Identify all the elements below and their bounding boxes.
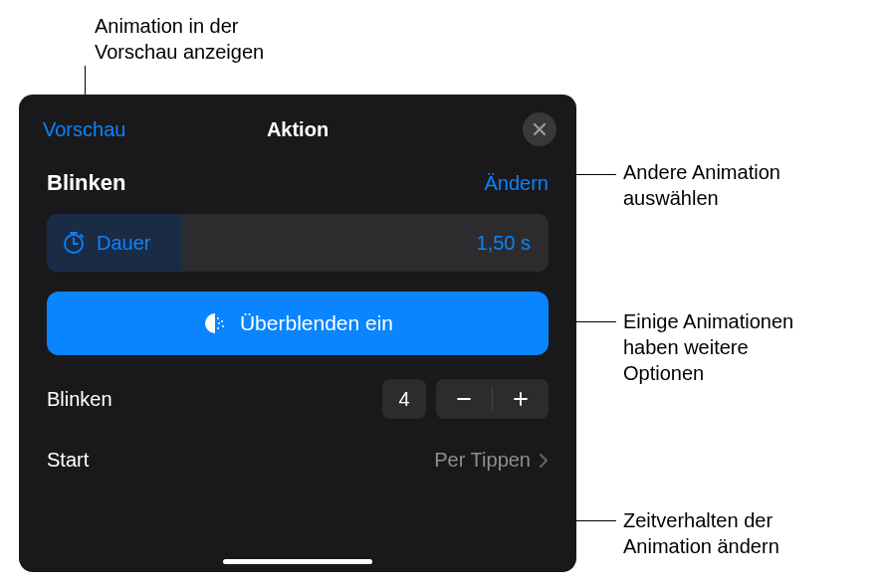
duration-label: Dauer xyxy=(97,232,150,255)
callout-timing: Zeitverhalten der Animation ändern xyxy=(623,507,779,559)
home-indicator xyxy=(223,559,372,564)
close-icon xyxy=(533,122,547,136)
svg-point-8 xyxy=(221,320,223,322)
close-button[interactable] xyxy=(523,112,556,146)
stepper-control xyxy=(436,379,549,419)
callout-change: Andere Animation auswählen xyxy=(623,159,780,211)
panel-title: Aktion xyxy=(267,118,329,141)
svg-line-4 xyxy=(81,235,83,237)
blinken-stepper-row: Blinken 4 xyxy=(47,379,549,419)
duration-value: 1,50 s xyxy=(477,232,531,255)
duration-slider[interactable]: Dauer 1,50 s xyxy=(47,214,549,272)
svg-point-7 xyxy=(217,317,219,319)
svg-point-11 xyxy=(217,327,219,329)
stepper-plus-button[interactable] xyxy=(493,379,549,419)
plus-icon xyxy=(512,390,530,408)
panel-header: Vorschau Aktion xyxy=(19,95,576,160)
svg-point-9 xyxy=(218,322,220,324)
svg-point-6 xyxy=(205,313,225,333)
blend-label: Überblenden ein xyxy=(240,311,393,335)
start-row[interactable]: Start Per Tippen xyxy=(47,449,549,472)
animation-subheader: Blinken Ändern xyxy=(19,160,576,214)
blend-button[interactable]: Überblenden ein xyxy=(47,292,549,355)
blend-icon xyxy=(202,310,228,336)
timer-icon xyxy=(61,230,87,256)
start-value: Per Tippen xyxy=(434,449,531,472)
preview-button[interactable]: Vorschau xyxy=(43,118,125,141)
start-label: Start xyxy=(47,449,89,472)
callout-preview: Animation in der Vorschau anzeigen xyxy=(95,13,264,65)
stepper-label: Blinken xyxy=(47,388,112,411)
action-panel: Vorschau Aktion Blinken Ändern Dauer xyxy=(19,95,576,572)
minus-icon xyxy=(455,390,473,408)
stepper-minus-button[interactable] xyxy=(436,379,492,419)
chevron-right-icon xyxy=(539,453,549,469)
svg-point-10 xyxy=(222,325,224,327)
stepper-value: 4 xyxy=(382,379,426,419)
callout-options: Einige Animationen haben weitere Optione… xyxy=(623,308,793,386)
change-button[interactable]: Ändern xyxy=(485,172,550,195)
animation-name: Blinken xyxy=(47,170,125,196)
